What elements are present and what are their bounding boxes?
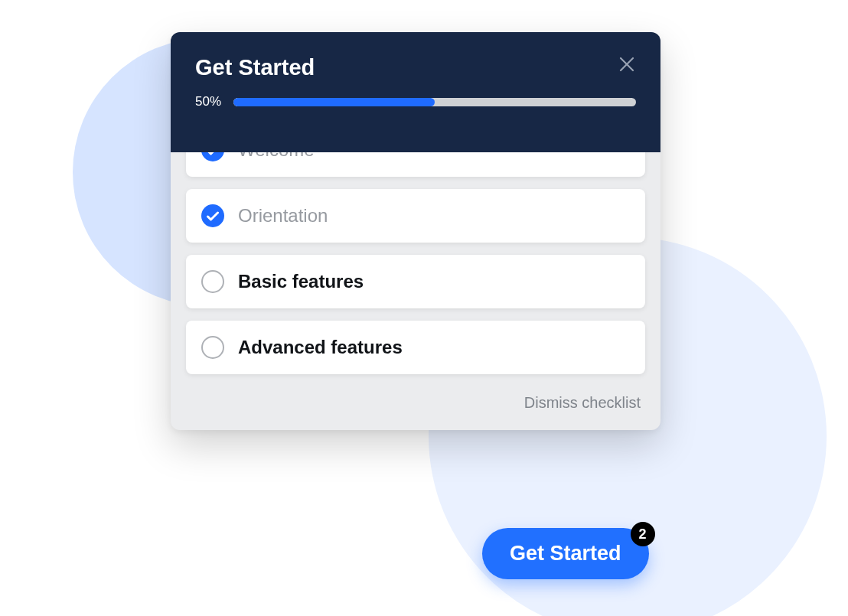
checklist-item-basic-features[interactable]: Basic features: [186, 255, 645, 308]
checklist-item-label: Basic features: [238, 271, 364, 292]
get-started-button[interactable]: Get Started 2: [482, 528, 649, 579]
checklist-item-advanced-features[interactable]: Advanced features: [186, 321, 645, 374]
close-button[interactable]: [616, 55, 638, 77]
dismiss-checklist-link[interactable]: Dismiss checklist: [524, 394, 641, 411]
get-started-button-label: Get Started: [510, 542, 621, 565]
check-circle-done-icon: [201, 204, 224, 227]
check-circle-empty-icon: [201, 336, 224, 359]
progress-row: 50%: [195, 94, 636, 109]
close-icon: [618, 55, 636, 77]
dismiss-row: Dismiss checklist: [171, 389, 660, 430]
notification-badge: 2: [631, 522, 655, 546]
progress-label: 50%: [195, 94, 221, 109]
checklist-item-orientation[interactable]: Orientation: [186, 189, 645, 243]
check-circle-empty-icon: [201, 270, 224, 293]
panel-header: Get Started 50%: [171, 32, 660, 152]
progress-bar-fill: [233, 98, 435, 106]
checklist-list: Welcome Orientation Basic features Advan…: [171, 123, 660, 389]
checklist-item-label: Orientation: [238, 205, 328, 227]
onboarding-checklist-panel: Get Started 50% Welcome: [171, 32, 660, 430]
checklist-item-label: Advanced features: [238, 337, 403, 358]
panel-title: Get Started: [195, 55, 636, 80]
progress-bar: [233, 98, 636, 106]
